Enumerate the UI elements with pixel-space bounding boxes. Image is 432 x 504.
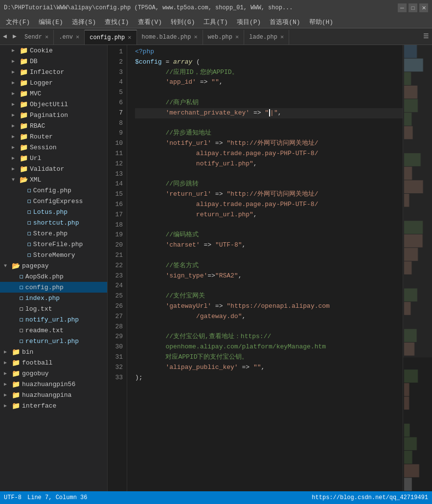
arrow-icon: ▶	[12, 123, 20, 129]
code-container[interactable]: 1 2 3 4 5 6 7 8 9 10 11 12 13 14 15 16 1…	[108, 45, 432, 491]
sidebar-file-store[interactable]: ◻ Store.php	[0, 228, 107, 239]
file-icon: ◻	[27, 197, 31, 205]
sidebar-item-mvc[interactable]: ▶ 📁 MVC	[0, 88, 107, 99]
window-controls: ─ □ ✕	[398, 3, 428, 12]
code-line-3: //应用ID，您的APPID。	[135, 68, 403, 78]
sidebar-folder-huazhuangpina[interactable]: ▶ 📁 huazhuangpina	[0, 389, 107, 400]
tab-label: home.blade.php	[142, 34, 191, 41]
sidebar-file-readme[interactable]: ◻ readme.txt	[0, 325, 107, 336]
sidebar-folder-gogobuy[interactable]: ▶ 📁 gogobuy	[0, 368, 107, 379]
tab-close-home-blade[interactable]: ✕	[194, 34, 197, 40]
code-line-32: 'alipay_public_key' => "",	[135, 363, 403, 373]
menu-help[interactable]: 帮助(H)	[305, 17, 337, 27]
code-line-30: openhome.alipay.com/platform/keyManage.h…	[135, 342, 403, 352]
sidebar-file-log[interactable]: ◻ log.txt	[0, 303, 107, 314]
close-button[interactable]: ✕	[419, 3, 428, 12]
minimize-button[interactable]: ─	[398, 3, 407, 12]
tab-sendr[interactable]: Sendr ✕	[20, 30, 54, 45]
code-line-10: 'notify_url' => "http://外网可访问网关地址/	[135, 138, 403, 149]
tab-env[interactable]: .env ✕	[54, 30, 85, 45]
arrow-icon: ▶	[12, 166, 20, 172]
code-content[interactable]: <?php $config = array ( //应用ID，您的APPID。 …	[127, 45, 403, 491]
menu-select[interactable]: 选择(S)	[68, 17, 100, 27]
sidebar-file-shortcut[interactable]: ◻ shortcut.php	[0, 217, 107, 228]
tab-scroll-left[interactable]: ◀	[0, 28, 10, 45]
sidebar-folder-pagepay[interactable]: ▼ 📂 pagepay	[0, 260, 107, 271]
sidebar-item-validator[interactable]: ▶ 📁 Validator	[0, 163, 107, 174]
code-line-7: 'merchant_private_key' => "|",	[135, 108, 403, 118]
sidebar-item-db[interactable]: ▶ 📁 DB	[0, 56, 107, 67]
minimap	[403, 45, 432, 491]
sidebar-file-config-php[interactable]: ◻ Config.php	[0, 185, 107, 196]
arrow-icon: ▶	[12, 155, 20, 161]
sidebar-item-logger[interactable]: ▶ 📁 Logger	[0, 77, 107, 88]
sidebar-folder-interface[interactable]: ▶ 📁 interface	[0, 400, 107, 411]
arrow-icon: ▶	[12, 91, 20, 96]
sidebar-item-objectutil[interactable]: ▶ 📁 ObjectUtil	[0, 99, 107, 110]
sidebar-file-aopsdk[interactable]: ◻ AopSdk.php	[0, 271, 107, 282]
sidebar-file-storefile[interactable]: ◻ StoreFile.php	[0, 239, 107, 250]
menu-preferences[interactable]: 首选项(N)	[266, 17, 304, 27]
menu-view[interactable]: 查看(V)	[134, 17, 166, 27]
sidebar-folder-bin[interactable]: ▶ 📁 bin	[0, 346, 107, 357]
arrow-icon: ▶	[4, 392, 12, 398]
status-url: https://blog.csdn.net/qq_42719491	[312, 494, 428, 501]
sidebar-item-pagination[interactable]: ▶ 📁 Pagination	[0, 110, 107, 120]
tab-close-config[interactable]: ✕	[128, 35, 131, 41]
sidebar-file-config-selected[interactable]: ◻ config.php	[0, 282, 107, 293]
sidebar-file-index[interactable]: ◻ index.php	[0, 293, 107, 303]
tab-lade-php[interactable]: lade.php ✕	[244, 30, 289, 45]
code-line-23: 'sign_type'=>"RSA2",	[135, 271, 403, 281]
tab-web-php[interactable]: web.php ✕	[203, 30, 245, 45]
code-line-2: $config = array (	[135, 57, 403, 68]
sidebar-item-url[interactable]: ▶ 📁 Url	[0, 153, 107, 163]
folder-label: Pagination	[30, 112, 68, 119]
tab-close-lade[interactable]: ✕	[280, 34, 284, 40]
tab-close-web[interactable]: ✕	[235, 34, 239, 40]
folder-icon: 📁	[20, 165, 28, 173]
sidebar-file-configexpress[interactable]: ◻ ConfigExpress	[0, 196, 107, 206]
menu-goto[interactable]: 转到(G)	[167, 17, 199, 27]
sidebar-item-rbac[interactable]: ▶ 📁 RBAC	[0, 120, 107, 131]
tab-config-php[interactable]: config.php ✕	[85, 30, 136, 45]
sidebar[interactable]: ▶ 📁 Cookie ▶ 📁 DB ▶ 📁 Inflector ▶ 📁 Logg…	[0, 45, 108, 491]
sidebar-file-return-url[interactable]: ◻ return_url.php	[0, 336, 107, 346]
folder-icon: 📁	[12, 402, 20, 410]
tab-close-env[interactable]: ✕	[76, 34, 79, 40]
sidebar-file-notify-url[interactable]: ◻ notify_url.php	[0, 314, 107, 325]
menu-edit[interactable]: 编辑(E)	[35, 17, 67, 27]
tab-menu-button[interactable]: ☰	[420, 28, 432, 45]
folder-icon: 📁	[20, 68, 28, 76]
sidebar-item-cookie[interactable]: ▶ 📁 Cookie	[0, 45, 107, 56]
arrow-icon: ▶	[12, 58, 20, 64]
sidebar-item-router[interactable]: ▶ 📁 Router	[0, 131, 107, 142]
folder-icon: 📁	[20, 154, 28, 162]
file-icon: ◻	[20, 316, 23, 323]
file-label: shortcut.php	[33, 219, 79, 227]
file-icon: ◻	[20, 283, 23, 291]
sidebar-item-session[interactable]: ▶ 📁 Session	[0, 142, 107, 153]
tab-scroll-right[interactable]: ▶	[10, 28, 20, 45]
tab-close-sendr[interactable]: ✕	[45, 34, 48, 40]
code-line-17: return_url.php",	[135, 210, 403, 220]
folder-label: Url	[30, 155, 41, 162]
sidebar-file-lotus[interactable]: ◻ Lotus.php	[0, 206, 107, 217]
sidebar-folder-football[interactable]: ▶ 📁 football	[0, 357, 107, 368]
menu-find[interactable]: 查找(I)	[101, 17, 133, 27]
sidebar-item-inflector[interactable]: ▶ 📁 Inflector	[0, 67, 107, 77]
file-icon: ◻	[20, 294, 23, 302]
menu-file[interactable]: 文件(F)	[2, 17, 34, 27]
sidebar-file-storememory[interactable]: ◻ StoreMemory	[0, 250, 107, 260]
sidebar-item-xml[interactable]: ▼ 📂 XML	[0, 174, 107, 185]
folder-icon: 📁	[20, 57, 28, 66]
folder-icon: 📁	[20, 46, 28, 55]
tab-home-blade[interactable]: home.blade.php ✕	[137, 30, 203, 45]
menu-tools[interactable]: 工具(T)	[200, 17, 231, 27]
folder-label: Router	[30, 133, 53, 140]
maximize-button[interactable]: □	[409, 3, 417, 12]
sidebar-folder-huazhuangpin56[interactable]: ▶ 📁 huazhuangpin56	[0, 379, 107, 389]
file-label: Store.php	[33, 230, 68, 237]
code-line-21	[135, 251, 403, 261]
menu-project[interactable]: 项目(P)	[233, 17, 265, 27]
status-encoding[interactable]: UTF-8	[4, 494, 22, 501]
